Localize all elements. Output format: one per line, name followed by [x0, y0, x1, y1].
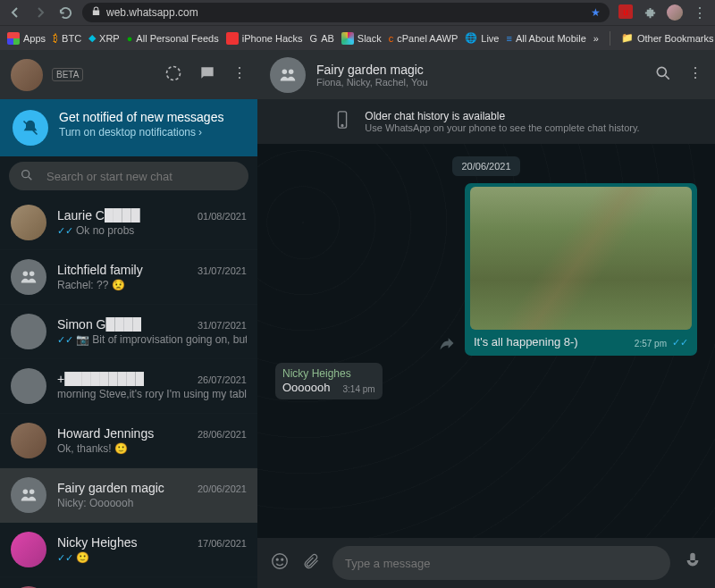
chat-date: 01/08/2021 — [198, 211, 247, 222]
chat-preview: Rachel: ?? 😟 — [57, 279, 247, 291]
message-time: 2:57 pm — [635, 339, 667, 349]
svg-point-2 — [23, 272, 28, 277]
search-box[interactable] — [9, 162, 248, 190]
chevron-right-icon: › — [198, 126, 202, 139]
message-image[interactable] — [470, 187, 692, 330]
compose-input-wrapper[interactable] — [332, 546, 670, 580]
chat-name: Simon G████ — [57, 317, 141, 332]
user-avatar — [11, 314, 46, 349]
bookmarks-bar: Apps ₿BTC ◆XRP ●All Personal Feeds iPhon… — [0, 25, 715, 50]
chat-list[interactable]: Laurie C████01/08/2021✓✓Ok no probsLitch… — [0, 196, 257, 588]
bookmark-live[interactable]: 🌐Live — [465, 32, 499, 44]
menu-icon[interactable]: ⋮ — [232, 64, 247, 86]
lock-icon — [91, 6, 101, 19]
bookmark-iphone[interactable]: iPhone Hacks — [226, 32, 303, 45]
outgoing-message[interactable]: It's all happening 8-) 2:57 pm ✓✓ — [465, 183, 697, 356]
chat-item[interactable]: Laurie C████01/08/2021✓✓Ok no probs — [0, 196, 257, 250]
bookmark-cpanel[interactable]: ccPanel AAWP — [389, 33, 458, 44]
search-input[interactable] — [46, 170, 238, 183]
chat-avatar[interactable] — [270, 57, 306, 93]
ublock-icon[interactable]: u — [618, 4, 633, 19]
main-panel: Fairy garden magic Fiona, Nicky, Rachel,… — [257, 50, 715, 588]
history-sub: Use WhatsApp on your phone to see the co… — [365, 122, 639, 133]
other-bookmarks[interactable]: 📁Other Bookmarks — [621, 32, 714, 44]
ticks-icon: ✓✓ — [57, 552, 73, 564]
bookmark-ab[interactable]: GAB — [310, 33, 334, 44]
chat-date: 17/06/2021 — [198, 538, 247, 549]
chat-name: +█████████ — [57, 372, 144, 386]
svg-point-0 — [167, 66, 181, 80]
status-icon[interactable] — [164, 64, 182, 86]
bookmark-btc[interactable]: ₿BTC — [53, 33, 81, 44]
bookmark-slack[interactable]: Slack — [341, 32, 382, 45]
browser-toolbar: web.whatsapp.com ★ u ⋮ — [0, 0, 715, 25]
user-avatar — [11, 423, 46, 458]
message-time: 3:14 pm — [343, 384, 375, 394]
new-chat-icon[interactable] — [198, 64, 216, 86]
attach-icon[interactable] — [302, 552, 320, 574]
chat-item[interactable]: Nicky Heighes17/06/2021✓✓🙂 — [0, 523, 257, 577]
chat-preview: ✓✓Ok no probs — [57, 224, 247, 237]
chat-menu-icon[interactable]: ⋮ — [688, 64, 702, 86]
profile-avatar[interactable] — [667, 4, 683, 21]
bell-off-icon — [13, 110, 48, 146]
chat-item[interactable]: +█████████26/07/2021morning Steve,it's r… — [0, 359, 257, 414]
phone-icon — [332, 110, 352, 133]
emoji-icon[interactable] — [270, 551, 290, 575]
bookmark-mobile[interactable]: ≡All About Mobile — [506, 33, 585, 44]
notif-title: Get notified of new messages — [59, 110, 223, 124]
forward-icon[interactable] — [32, 4, 48, 21]
incoming-message[interactable]: Nicky Heighes Ooooooh 3:14 pm — [275, 363, 383, 399]
back-icon[interactable] — [7, 4, 23, 21]
mic-icon[interactable] — [683, 551, 702, 575]
svg-point-8 — [657, 67, 666, 76]
search-chat-icon[interactable] — [654, 64, 672, 86]
chat-preview: ✓✓📷 Bit of improvisation going on, but w… — [57, 333, 247, 346]
conversation[interactable]: 20/06/2021 It's all happening 8-) 2:57 p… — [257, 144, 715, 538]
history-title: Older chat history is available — [365, 110, 639, 122]
chat-item[interactable]: Howard Jennings28/06/2021Ok, thanks! 🙂 — [0, 414, 257, 468]
group-avatar — [11, 259, 46, 295]
ticks-icon: ✓✓ — [57, 334, 73, 346]
sender-name: Nicky Heighes — [282, 367, 375, 380]
chat-item[interactable]: Bethany ████10/06/2021have managed to fi… — [0, 577, 257, 588]
svg-point-4 — [23, 490, 28, 495]
svg-point-11 — [273, 554, 288, 569]
bookmark-feeds[interactable]: ●All Personal Feeds — [127, 33, 219, 44]
svg-point-3 — [29, 272, 34, 277]
svg-point-5 — [29, 490, 34, 495]
kebab-icon[interactable]: ⋮ — [692, 4, 708, 21]
bookmark-xrp[interactable]: ◆XRP — [88, 32, 120, 44]
composer — [257, 538, 715, 588]
chat-item[interactable]: Litchfield family31/07/2021Rachel: ?? 😟 — [0, 250, 257, 305]
chat-name: Fairy garden magic — [57, 481, 164, 495]
my-avatar[interactable] — [11, 59, 43, 91]
chat-name: Howard Jennings — [57, 426, 154, 441]
compose-input[interactable] — [345, 557, 658, 570]
extensions-icon[interactable] — [642, 4, 658, 21]
reload-icon[interactable] — [57, 4, 73, 21]
chat-header: Fairy garden magic Fiona, Nicky, Rachel,… — [257, 50, 715, 99]
star-icon[interactable]: ★ — [591, 6, 601, 19]
forward-icon[interactable] — [438, 334, 456, 356]
notification-banner[interactable]: Get notified of new messages Turn on des… — [0, 99, 257, 156]
apps-button[interactable]: Apps — [7, 32, 46, 45]
chat-item[interactable]: Fairy garden magic20/06/2021Nicky: Ooooo… — [0, 468, 257, 523]
history-banner: Older chat history is available Use What… — [257, 99, 715, 144]
date-pill: 20/06/2021 — [452, 156, 519, 176]
search-icon — [20, 168, 34, 185]
ticks-icon: ✓✓ — [57, 225, 73, 237]
chat-preview: ✓✓🙂 — [57, 551, 247, 564]
group-avatar — [11, 477, 46, 513]
search-row — [0, 156, 257, 196]
chat-date: 26/07/2021 — [198, 374, 247, 385]
chat-participants: Fiona, Nicky, Rachel, You — [316, 77, 428, 88]
url-bar[interactable]: web.whatsapp.com ★ — [82, 3, 610, 22]
svg-point-12 — [276, 559, 278, 560]
chat-name: Nicky Heighes — [57, 535, 137, 550]
chat-name: Laurie C████ — [57, 208, 140, 223]
message-body: Ooooooh — [282, 381, 331, 394]
bookmark-more[interactable]: » — [593, 33, 599, 44]
user-avatar — [11, 205, 46, 240]
chat-item[interactable]: Simon G████31/07/2021✓✓📷 Bit of improvis… — [0, 305, 257, 359]
